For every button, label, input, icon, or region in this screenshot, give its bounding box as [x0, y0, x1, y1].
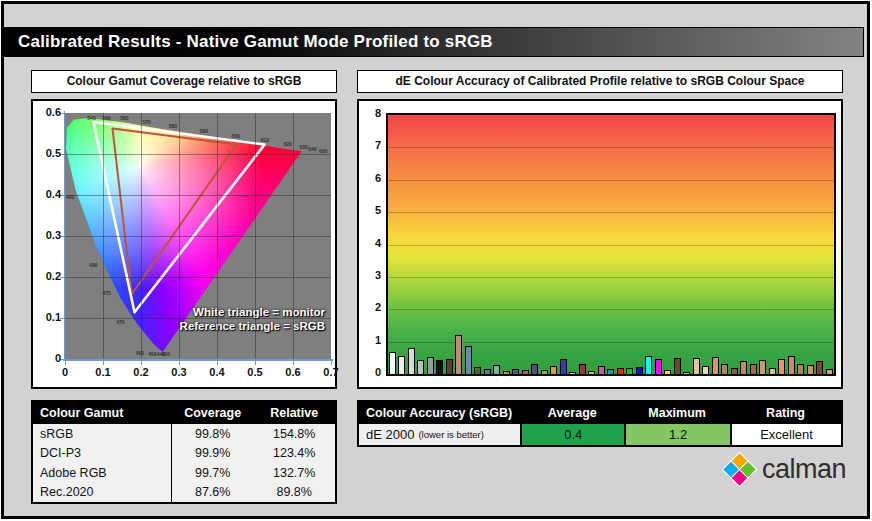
de-bar: [778, 359, 785, 374]
de-gridline: [388, 180, 834, 181]
de-bar: [826, 369, 833, 375]
wavelength-label: 620: [283, 141, 291, 147]
de-bar: [731, 368, 738, 374]
gamut-relative-value: 132.7%: [253, 466, 335, 480]
cie-x-tick: [331, 361, 332, 365]
de-bar: [655, 359, 662, 374]
de-bar: [636, 367, 643, 374]
de-bar: [455, 335, 462, 374]
gamut-coverage-value: 99.9%: [172, 446, 254, 460]
de-bar: [702, 366, 709, 374]
cie-x-tick-label: 0.5: [241, 366, 269, 378]
de-bar: [531, 364, 538, 374]
wavelength-label: 590: [200, 128, 208, 134]
cie-x-tick-label: 0.3: [165, 366, 193, 378]
de-bar: [408, 348, 415, 374]
de-bar: [617, 368, 624, 374]
accuracy-metric-note: (lower is better): [418, 429, 483, 440]
de-bar: [721, 364, 728, 374]
gamut-relative-value: 89.8%: [253, 485, 335, 499]
cie-legend-monitor: White triangle = monitor: [180, 305, 325, 319]
wavelength-label: 570: [142, 119, 150, 125]
wavelength-label: 430: [162, 351, 170, 357]
de-y-tick-label: 6: [365, 172, 381, 184]
de-bar: [816, 361, 823, 374]
wavelength-label: 580: [169, 123, 177, 129]
de-bar: [588, 371, 595, 374]
cie-x-tick: [293, 361, 294, 365]
de-bar: [512, 369, 519, 374]
de-bar: [664, 370, 671, 374]
de-bar: [598, 366, 605, 374]
wavelength-label: 490: [66, 194, 74, 200]
de-bar: [389, 352, 396, 374]
de-gridline: [388, 147, 834, 148]
wavelength-label: 540: [87, 115, 95, 121]
de-y-tick-label: 5: [365, 204, 381, 216]
report-title-bar: Calibrated Results - Native Gamut Mode P…: [4, 27, 864, 57]
gamut-table-row: Rec.202087.6%89.8%: [33, 483, 335, 503]
cie-y-tick-label: 0.3: [35, 229, 61, 241]
de-plot: [386, 113, 836, 376]
accuracy-rating-value: Excellent: [730, 424, 841, 445]
de-bar: [807, 365, 814, 374]
report-title: Calibrated Results - Native Gamut Mode P…: [18, 32, 493, 51]
wavelength-label: 560: [120, 115, 128, 121]
de-bar: [693, 358, 700, 374]
wavelength-label: 600: [231, 133, 239, 139]
wavelength-label: 610: [261, 137, 269, 143]
cie-x-tick-label: 0.6: [279, 366, 307, 378]
de-bar: [484, 369, 491, 375]
de-gridline: [388, 277, 834, 278]
cie-gridline: [65, 154, 331, 155]
cie-x-tick: [217, 361, 218, 365]
de-y-tick-label: 8: [365, 107, 381, 119]
de-bar: [446, 359, 453, 374]
de-bar: [541, 370, 548, 374]
de-bar: [759, 360, 766, 374]
de-bar: [503, 371, 510, 374]
de-bar: [683, 372, 690, 375]
cie-x-tick: [103, 361, 104, 365]
accuracy-header-rating: Rating: [730, 406, 841, 420]
gamut-table-row: DCI-P399.9%123.4%: [33, 444, 335, 464]
gamut-table-row: sRGB99.8%154.8%: [33, 424, 335, 444]
de-y-tick-label: 7: [365, 139, 381, 151]
de-bar: [398, 356, 405, 374]
cie-x-tick: [141, 361, 142, 365]
accuracy-average-value: 0.4: [520, 424, 624, 445]
accuracy-header-metric: Colour Accuracy (sRGB): [359, 406, 520, 420]
wavelength-label: 680: [319, 148, 327, 154]
cie-gridline: [65, 236, 331, 237]
de-bar: [436, 360, 443, 374]
wavelength-label: 630: [299, 144, 307, 150]
wavelength-label: 450: [148, 351, 156, 357]
accuracy-metric-label: dE 2000: [366, 427, 414, 442]
cie-x-tick: [65, 361, 66, 365]
cie-x-tick-label: 0.7: [317, 366, 345, 378]
accuracy-panel-title: dE Colour Accuracy of Calibrated Profile…: [357, 70, 843, 93]
wavelength-label: 470: [116, 319, 124, 325]
cie-y-axis: [64, 111, 65, 359]
cie-y-tick-label: 0.6: [35, 106, 61, 118]
cie-y-tick-label: 0: [35, 352, 61, 364]
gamut-name: sRGB: [33, 424, 172, 444]
de-y-tick-label: 2: [365, 301, 381, 313]
de-bar: [788, 356, 795, 374]
de-bar: [569, 372, 576, 375]
cie-x-tick-label: 0.1: [89, 366, 117, 378]
de-gridline: [388, 309, 834, 310]
de-bar: [417, 360, 424, 374]
gamut-header-coverage: Coverage: [172, 406, 254, 420]
gamut-relative-value: 154.8%: [253, 427, 335, 441]
accuracy-header-maximum: Maximum: [624, 406, 730, 420]
cie-legend: White triangle = monitor Reference trian…: [180, 305, 325, 333]
de-chart: 012345678: [357, 99, 843, 389]
cie-x-tick-label: 0.2: [127, 366, 155, 378]
gamut-table-row: Adobe RGB99.7%132.7%: [33, 463, 335, 483]
wavelength-label: 475: [102, 290, 110, 296]
gamut-coverage-value: 87.6%: [172, 485, 254, 499]
cie-plot: White triangle = monitor Reference trian…: [65, 113, 331, 359]
de-bar: [427, 357, 434, 374]
de-bar: [465, 346, 472, 374]
